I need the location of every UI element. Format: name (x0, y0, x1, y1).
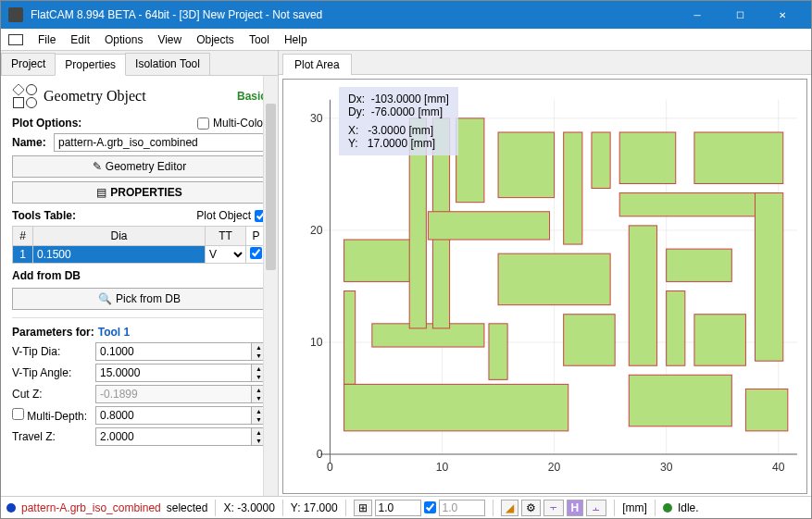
svg-rect-39 (694, 315, 745, 365)
svg-rect-27 (489, 324, 507, 380)
status-selected-suffix: selected (167, 501, 208, 514)
status-bar: pattern-A.grb_iso_combined selected X: -… (1, 496, 811, 518)
tool-btn-3[interactable]: ⫟ (543, 500, 564, 516)
svg-rect-26 (456, 118, 484, 203)
svg-rect-42 (629, 375, 731, 426)
tool-btn-5[interactable]: ⫠ (586, 500, 606, 516)
grid-y-input (439, 500, 485, 516)
multi-depth-input[interactable] (95, 406, 252, 425)
svg-text:30: 30 (310, 112, 323, 125)
tab-isolation-tool[interactable]: Isolation Tool (125, 53, 210, 75)
settings-icon-button[interactable]: ⚙ (521, 500, 541, 516)
th-idx[interactable]: # (13, 227, 33, 246)
cell-dia[interactable]: 0.1500 (33, 246, 206, 264)
svg-rect-37 (667, 249, 732, 281)
coord-overlay: Dx: -103.0000 [mm] Dy: -76.0000 [mm] X: … (339, 87, 458, 155)
right-tab-bar: Plot Area (279, 51, 811, 75)
travelz-input[interactable] (95, 427, 252, 446)
pencil-icon: ✎ (93, 160, 102, 173)
svg-text:30: 30 (660, 461, 673, 474)
tab-properties[interactable]: Properties (55, 54, 126, 76)
svg-rect-41 (756, 193, 783, 362)
vtip-angle-label: V-Tip Angle: (12, 366, 95, 379)
th-dia[interactable]: Dia (33, 227, 206, 246)
parameters-for-label: Parameters for: (12, 326, 94, 339)
svg-text:20: 20 (548, 461, 561, 474)
cutz-label: Cut Z: (12, 388, 95, 401)
hud-toggle-button[interactable]: H (567, 500, 584, 516)
multi-depth-checkbox[interactable] (12, 408, 24, 420)
tab-project[interactable]: Project (1, 53, 56, 75)
grid-x-input[interactable] (375, 500, 421, 516)
multi-depth-label: Multi-Depth: (12, 408, 95, 423)
geometry-editor-button[interactable]: ✎ Geometry Editor (12, 155, 267, 178)
menu-file[interactable]: File (31, 31, 63, 49)
svg-rect-23 (372, 324, 484, 347)
tools-table: # Dia TT P 1 0.1500 V (12, 226, 267, 264)
plot-object-label: Plot Object (196, 209, 251, 222)
cutz-input (95, 385, 252, 403)
tab-plot-area[interactable]: Plot Area (282, 54, 352, 75)
svg-text:40: 40 (772, 461, 785, 474)
menu-objects[interactable]: Objects (189, 31, 242, 49)
window-title: FlatCAM 8.994 BETA - 64bit - [3D] New Pr… (31, 8, 676, 21)
menu-view[interactable]: View (150, 31, 189, 49)
status-x: X: -3.0000 (223, 501, 274, 514)
app-menu-icon[interactable] (8, 34, 23, 45)
idle-dot-icon (663, 503, 672, 513)
grid-link-checkbox[interactable] (424, 501, 436, 513)
menu-options[interactable]: Options (97, 31, 150, 49)
multi-color-checkbox[interactable] (197, 117, 209, 130)
units-label[interactable]: [mm] (622, 501, 647, 514)
tool1-label: Tool 1 (98, 326, 130, 339)
grid-icon[interactable]: ⊞ (354, 500, 372, 516)
title-bar: FlatCAM 8.994 BETA - 64bit - [3D] New Pr… (1, 1, 811, 29)
svg-rect-29 (498, 132, 555, 198)
table-row[interactable]: 1 0.1500 V (13, 246, 267, 264)
minimize-button[interactable]: ─ (676, 1, 718, 29)
object-name-input[interactable] (54, 133, 267, 152)
svg-text:10: 10 (310, 336, 323, 349)
vtip-dia-input[interactable] (95, 342, 252, 361)
svg-rect-32 (592, 132, 610, 189)
th-tt[interactable]: TT (206, 227, 246, 246)
tool-btn-1[interactable]: ◢ (501, 500, 518, 516)
svg-rect-40 (694, 132, 783, 183)
cell-p-checkbox[interactable] (250, 247, 262, 259)
right-panel: Plot Area 0 (279, 51, 811, 496)
db-icon: 🔍 (98, 292, 112, 305)
vtip-dia-label: V-Tip Dia: (12, 345, 95, 358)
close-button[interactable]: ✕ (761, 1, 804, 29)
status-y: Y: 17.000 (291, 501, 338, 514)
left-panel-scrollbar[interactable] (263, 76, 278, 496)
idle-label: Idle. (678, 501, 699, 514)
status-dot-icon (6, 503, 16, 513)
menu-bar: File Edit Options View Objects Tool Help (1, 29, 811, 51)
svg-rect-21 (344, 291, 356, 385)
cell-tt-select[interactable]: V (206, 246, 245, 263)
add-from-db-label: Add from DB (12, 269, 267, 282)
tools-table-label: Tools Table: (12, 209, 76, 222)
name-label: Name: (12, 136, 54, 149)
svg-text:0: 0 (327, 461, 333, 474)
menu-help[interactable]: Help (277, 31, 315, 49)
svg-rect-34 (619, 132, 676, 183)
status-selected-object: pattern-A.grb_iso_combined (21, 501, 161, 514)
menu-tool[interactable]: Tool (242, 31, 277, 49)
plot-area[interactable]: 0 10 20 30 40 0 10 20 30 (282, 79, 807, 494)
properties-button[interactable]: ▤ PROPERTIES (12, 181, 267, 204)
svg-rect-36 (629, 226, 656, 365)
left-panel: Project Properties Isolation Tool Geomet… (1, 51, 279, 496)
svg-rect-31 (564, 132, 582, 244)
menu-edit[interactable]: Edit (63, 31, 97, 49)
svg-rect-22 (344, 384, 568, 430)
svg-text:20: 20 (310, 224, 323, 237)
maximize-button[interactable]: ☐ (718, 1, 761, 29)
list-icon: ▤ (96, 186, 106, 199)
svg-rect-38 (667, 291, 685, 366)
cell-idx[interactable]: 1 (13, 246, 33, 264)
object-type-title: Geometry Object (44, 88, 237, 105)
pick-from-db-button[interactable]: 🔍 Pick from DB (12, 288, 267, 310)
vtip-angle-input[interactable] (95, 364, 252, 382)
travelz-label: Travel Z: (12, 430, 95, 443)
